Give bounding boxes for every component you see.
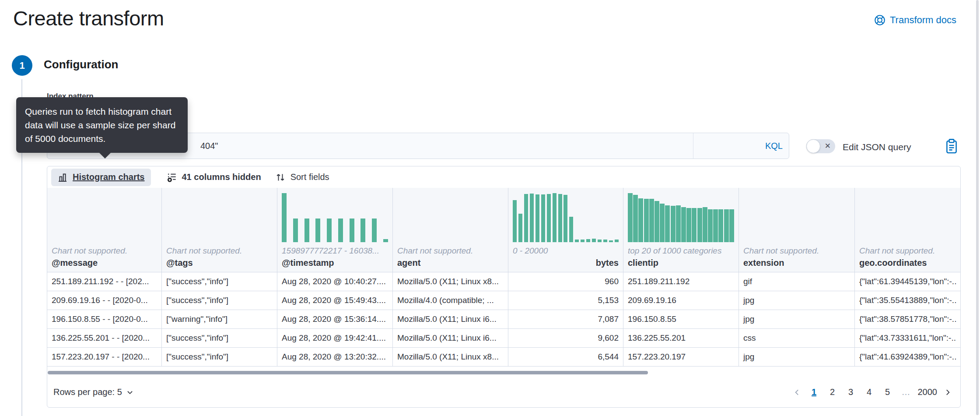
help-icon: [874, 14, 886, 26]
toggle-knob: [806, 139, 820, 153]
grid-cell[interactable]: 5,153: [508, 291, 623, 310]
histogram-bar: [569, 217, 573, 242]
column-name: @tags: [166, 257, 273, 268]
column-histogram-chart: [513, 193, 619, 242]
column-chart-legend: 1598977772217 - 16038...: [282, 246, 388, 256]
page-button-5[interactable]: 5: [880, 386, 896, 398]
page-button-3[interactable]: 3: [843, 386, 859, 398]
chevron-down-icon: [126, 388, 134, 396]
grid-cell[interactable]: 7,087: [508, 310, 623, 328]
histogram-bar: [598, 240, 602, 242]
grid-cell[interactable]: 251.189.211.192: [623, 272, 739, 291]
histogram-bar: [649, 199, 654, 242]
grid-cell[interactable]: {"lat":35.55413889,"lon":-..: [855, 291, 960, 310]
grid-cell[interactable]: Mozilla/4.0 (compatible; ...: [393, 291, 508, 310]
grid-cell[interactable]: 209.69.19.16 - - [2020-0...: [47, 291, 162, 310]
transform-docs-link[interactable]: Transform docs: [874, 14, 956, 26]
grid-cell[interactable]: 960: [508, 272, 623, 291]
grid-cell[interactable]: 136.225.55.201 - - [2020...: [47, 329, 162, 347]
histogram-bar: [644, 199, 649, 242]
columns-hidden-button[interactable]: 41 columns hidden: [167, 172, 261, 183]
next-page-button[interactable]: [941, 386, 954, 399]
column-header-extension[interactable]: Chart not supported.extension: [739, 188, 855, 272]
grid-cell[interactable]: 196.150.8.55 - - [2020-0...: [47, 310, 162, 328]
histogram-bar: [518, 214, 522, 242]
page-button-2000[interactable]: 2000: [917, 386, 939, 398]
grid-cell[interactable]: gif: [739, 272, 855, 291]
grid-cell[interactable]: ["success","info"]: [162, 329, 277, 347]
grid-toolbar: Histogram charts 41 columns hidden: [47, 166, 960, 188]
histogram-bar: [676, 205, 681, 242]
histogram-bar: [718, 209, 723, 242]
column-chart-empty: [52, 193, 157, 242]
grid-cell[interactable]: ["success","info"]: [162, 348, 277, 366]
edit-json-toggle[interactable]: ✕: [806, 139, 835, 153]
column-histogram-chart: [628, 193, 734, 242]
page-button-1[interactable]: 1: [806, 386, 822, 398]
histogram-sample-tooltip: Queries run to fetch histogram chart dat…: [16, 97, 188, 153]
grid-cell[interactable]: {"lat":43.73331611,"lon":-..: [855, 329, 960, 347]
column-header-bytes[interactable]: 0 - 20000bytes: [508, 188, 623, 272]
page-button-4[interactable]: 4: [861, 386, 877, 398]
horizontal-scrollbar-thumb[interactable]: [48, 371, 648, 374]
grid-cell[interactable]: 136.225.55.201: [623, 329, 739, 347]
grid-cell[interactable]: ["warning","info"]: [162, 310, 277, 328]
column-chart-legend: Chart not supported.: [397, 246, 504, 256]
grid-cell[interactable]: Mozilla/5.0 (X11; Linux i6...: [393, 329, 508, 347]
column-header-geo.coordinates[interactable]: Chart not supported.geo.coordinates: [855, 188, 960, 272]
column-header-agent[interactable]: Chart not supported.agent: [393, 188, 508, 272]
copy-query-button[interactable]: [943, 137, 960, 155]
grid-cell[interactable]: Aug 28, 2020 @ 15:49:43....: [277, 291, 393, 310]
grid-cell[interactable]: ["success","info"]: [162, 272, 277, 291]
grid-cell[interactable]: 196.150.8.55: [623, 310, 739, 328]
rows-per-page-button[interactable]: Rows per page: 5: [53, 387, 134, 397]
grid-cell[interactable]: 157.223.20.197: [623, 348, 739, 366]
grid-cell[interactable]: Aug 28, 2020 @ 19:42:41....: [277, 329, 393, 347]
grid-cell[interactable]: Aug 28, 2020 @ 13:20:32....: [277, 348, 393, 366]
kql-language-button[interactable]: KQL: [693, 133, 789, 159]
grid-cell[interactable]: Aug 28, 2020 @ 10:40:27....: [277, 272, 393, 291]
column-chart-legend: Chart not supported.: [166, 246, 273, 256]
toggle-off-x-icon: ✕: [825, 139, 831, 153]
grid-cell[interactable]: {"lat":41.63924389,"lon":-..: [855, 348, 960, 366]
histogram-bar: [304, 219, 309, 242]
histogram-bar: [671, 206, 676, 242]
page-button-2[interactable]: 2: [825, 386, 840, 398]
step-title: Configuration: [44, 58, 118, 71]
histogram-bar: [628, 193, 633, 242]
histogram-bar: [575, 240, 579, 242]
grid-cell[interactable]: ["success","info"]: [162, 291, 277, 310]
histogram-bar: [547, 194, 551, 242]
grid-cell[interactable]: 209.69.19.16: [623, 291, 739, 310]
grid-cell[interactable]: 157.223.20.197 - - [2020...: [47, 348, 162, 366]
window-vertical-scrollbar[interactable]: [976, 0, 979, 415]
column-header-@timestamp[interactable]: 1598977772217 - 16038...@timestamp: [277, 188, 393, 272]
sort-fields-button[interactable]: Sort fields: [275, 172, 329, 183]
histogram-bar: [327, 219, 332, 242]
step-number-badge: 1: [12, 55, 32, 76]
grid-cell[interactable]: Aug 28, 2020 @ 15:36:14....: [277, 310, 393, 328]
previous-page-button[interactable]: [791, 386, 804, 399]
grid-cell[interactable]: jpg: [739, 310, 855, 328]
column-chart-legend: 0 - 20000: [513, 246, 619, 256]
column-name: geo.coordinates: [859, 257, 956, 268]
histogram-charts-button[interactable]: Histogram charts: [51, 169, 151, 186]
grid-cell[interactable]: 6,544: [508, 348, 623, 366]
grid-cell[interactable]: Mozilla/5.0 (X11; Linux i6...: [393, 310, 508, 328]
edit-json-query-label[interactable]: Edit JSON query: [843, 140, 911, 154]
column-header-@tags[interactable]: Chart not supported.@tags: [162, 188, 277, 272]
grid-cell[interactable]: css: [739, 329, 855, 347]
data-grid-panel: Histogram charts 41 columns hidden: [47, 166, 961, 408]
histogram-bar: [697, 208, 702, 242]
column-header-clientip[interactable]: top 20 of 1000 categoriesclientip: [623, 188, 739, 272]
grid-cell[interactable]: jpg: [739, 348, 855, 366]
column-header-@message[interactable]: Chart not supported.@message: [47, 188, 162, 272]
grid-cell[interactable]: Mozilla/5.0 (X11; Linux x8...: [393, 348, 508, 366]
grid-cell[interactable]: {"lat":38.57851778,"lon":-..: [855, 310, 960, 328]
column-name: @message: [52, 257, 157, 268]
grid-cell[interactable]: 251.189.211.192 - - [202...: [47, 272, 162, 291]
grid-cell[interactable]: 9,602: [508, 329, 623, 347]
grid-cell[interactable]: Mozilla/5.0 (X11; Linux x8...: [393, 272, 508, 291]
grid-cell[interactable]: {"lat":61.39445139,"lon":-..: [855, 272, 960, 291]
grid-cell[interactable]: jpg: [739, 291, 855, 310]
